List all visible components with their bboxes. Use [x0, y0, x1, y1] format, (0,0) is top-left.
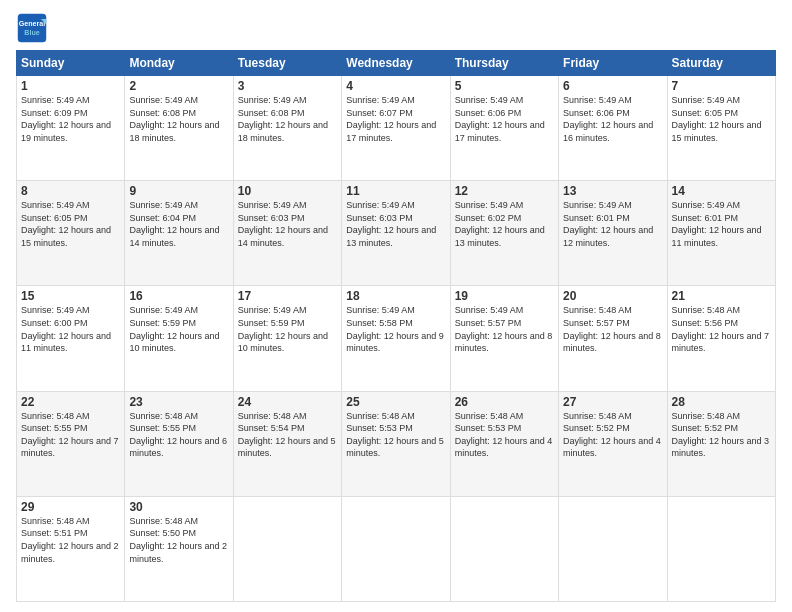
- day-number: 7: [672, 79, 771, 93]
- day-number: 29: [21, 500, 120, 514]
- day-info: Sunrise: 5:48 AMSunset: 5:53 PMDaylight:…: [455, 410, 554, 460]
- day-number: 26: [455, 395, 554, 409]
- day-info: Sunrise: 5:49 AMSunset: 6:07 PMDaylight:…: [346, 94, 445, 144]
- calendar-table: SundayMondayTuesdayWednesdayThursdayFrid…: [16, 50, 776, 602]
- calendar-cell: [559, 496, 667, 601]
- calendar-cell: 10Sunrise: 5:49 AMSunset: 6:03 PMDayligh…: [233, 181, 341, 286]
- calendar-cell: 29Sunrise: 5:48 AMSunset: 5:51 PMDayligh…: [17, 496, 125, 601]
- day-info: Sunrise: 5:49 AMSunset: 5:58 PMDaylight:…: [346, 304, 445, 354]
- calendar-cell: 28Sunrise: 5:48 AMSunset: 5:52 PMDayligh…: [667, 391, 775, 496]
- day-info: Sunrise: 5:49 AMSunset: 6:01 PMDaylight:…: [563, 199, 662, 249]
- day-info: Sunrise: 5:49 AMSunset: 6:02 PMDaylight:…: [455, 199, 554, 249]
- day-number: 6: [563, 79, 662, 93]
- day-info: Sunrise: 5:48 AMSunset: 5:54 PMDaylight:…: [238, 410, 337, 460]
- day-header-wednesday: Wednesday: [342, 51, 450, 76]
- calendar-cell: 22Sunrise: 5:48 AMSunset: 5:55 PMDayligh…: [17, 391, 125, 496]
- day-number: 3: [238, 79, 337, 93]
- day-info: Sunrise: 5:49 AMSunset: 6:08 PMDaylight:…: [238, 94, 337, 144]
- calendar-cell: 25Sunrise: 5:48 AMSunset: 5:53 PMDayligh…: [342, 391, 450, 496]
- day-info: Sunrise: 5:49 AMSunset: 6:03 PMDaylight:…: [346, 199, 445, 249]
- calendar-cell: 27Sunrise: 5:48 AMSunset: 5:52 PMDayligh…: [559, 391, 667, 496]
- day-number: 28: [672, 395, 771, 409]
- day-number: 23: [129, 395, 228, 409]
- day-info: Sunrise: 5:48 AMSunset: 5:57 PMDaylight:…: [563, 304, 662, 354]
- calendar-cell: 5Sunrise: 5:49 AMSunset: 6:06 PMDaylight…: [450, 76, 558, 181]
- calendar-cell: 16Sunrise: 5:49 AMSunset: 5:59 PMDayligh…: [125, 286, 233, 391]
- logo-icon: General Blue: [16, 12, 48, 44]
- calendar-cell: 20Sunrise: 5:48 AMSunset: 5:57 PMDayligh…: [559, 286, 667, 391]
- day-number: 5: [455, 79, 554, 93]
- calendar-cell: 24Sunrise: 5:48 AMSunset: 5:54 PMDayligh…: [233, 391, 341, 496]
- day-header-saturday: Saturday: [667, 51, 775, 76]
- day-number: 25: [346, 395, 445, 409]
- day-number: 27: [563, 395, 662, 409]
- calendar-week-1: 1Sunrise: 5:49 AMSunset: 6:09 PMDaylight…: [17, 76, 776, 181]
- calendar-week-4: 22Sunrise: 5:48 AMSunset: 5:55 PMDayligh…: [17, 391, 776, 496]
- day-number: 24: [238, 395, 337, 409]
- day-info: Sunrise: 5:49 AMSunset: 6:01 PMDaylight:…: [672, 199, 771, 249]
- page: General Blue SundayMondayTuesdayWednesda…: [0, 0, 792, 612]
- calendar-cell: 30Sunrise: 5:48 AMSunset: 5:50 PMDayligh…: [125, 496, 233, 601]
- calendar-cell: 19Sunrise: 5:49 AMSunset: 5:57 PMDayligh…: [450, 286, 558, 391]
- calendar-cell: 12Sunrise: 5:49 AMSunset: 6:02 PMDayligh…: [450, 181, 558, 286]
- day-number: 21: [672, 289, 771, 303]
- day-number: 30: [129, 500, 228, 514]
- calendar-cell: 3Sunrise: 5:49 AMSunset: 6:08 PMDaylight…: [233, 76, 341, 181]
- day-info: Sunrise: 5:49 AMSunset: 6:03 PMDaylight:…: [238, 199, 337, 249]
- day-info: Sunrise: 5:48 AMSunset: 5:52 PMDaylight:…: [672, 410, 771, 460]
- logo: General Blue: [16, 12, 52, 44]
- day-number: 10: [238, 184, 337, 198]
- day-number: 16: [129, 289, 228, 303]
- day-info: Sunrise: 5:48 AMSunset: 5:55 PMDaylight:…: [21, 410, 120, 460]
- day-number: 1: [21, 79, 120, 93]
- day-info: Sunrise: 5:49 AMSunset: 6:08 PMDaylight:…: [129, 94, 228, 144]
- calendar-cell: 13Sunrise: 5:49 AMSunset: 6:01 PMDayligh…: [559, 181, 667, 286]
- day-info: Sunrise: 5:48 AMSunset: 5:53 PMDaylight:…: [346, 410, 445, 460]
- calendar-cell: 15Sunrise: 5:49 AMSunset: 6:00 PMDayligh…: [17, 286, 125, 391]
- calendar-cell: 21Sunrise: 5:48 AMSunset: 5:56 PMDayligh…: [667, 286, 775, 391]
- day-number: 14: [672, 184, 771, 198]
- day-info: Sunrise: 5:49 AMSunset: 6:06 PMDaylight:…: [455, 94, 554, 144]
- day-number: 11: [346, 184, 445, 198]
- calendar-cell: 4Sunrise: 5:49 AMSunset: 6:07 PMDaylight…: [342, 76, 450, 181]
- calendar-header-row: SundayMondayTuesdayWednesdayThursdayFrid…: [17, 51, 776, 76]
- calendar-week-3: 15Sunrise: 5:49 AMSunset: 6:00 PMDayligh…: [17, 286, 776, 391]
- calendar-cell: 9Sunrise: 5:49 AMSunset: 6:04 PMDaylight…: [125, 181, 233, 286]
- calendar-cell: 18Sunrise: 5:49 AMSunset: 5:58 PMDayligh…: [342, 286, 450, 391]
- day-info: Sunrise: 5:48 AMSunset: 5:51 PMDaylight:…: [21, 515, 120, 565]
- calendar-cell: [450, 496, 558, 601]
- day-number: 18: [346, 289, 445, 303]
- day-header-friday: Friday: [559, 51, 667, 76]
- calendar-cell: [342, 496, 450, 601]
- header: General Blue: [16, 12, 776, 44]
- calendar-cell: 14Sunrise: 5:49 AMSunset: 6:01 PMDayligh…: [667, 181, 775, 286]
- day-info: Sunrise: 5:49 AMSunset: 6:04 PMDaylight:…: [129, 199, 228, 249]
- day-number: 13: [563, 184, 662, 198]
- calendar-cell: 23Sunrise: 5:48 AMSunset: 5:55 PMDayligh…: [125, 391, 233, 496]
- day-number: 9: [129, 184, 228, 198]
- day-number: 15: [21, 289, 120, 303]
- calendar-cell: [667, 496, 775, 601]
- day-number: 22: [21, 395, 120, 409]
- day-header-sunday: Sunday: [17, 51, 125, 76]
- day-info: Sunrise: 5:48 AMSunset: 5:52 PMDaylight:…: [563, 410, 662, 460]
- day-number: 4: [346, 79, 445, 93]
- calendar-cell: 26Sunrise: 5:48 AMSunset: 5:53 PMDayligh…: [450, 391, 558, 496]
- calendar-cell: 8Sunrise: 5:49 AMSunset: 6:05 PMDaylight…: [17, 181, 125, 286]
- day-header-tuesday: Tuesday: [233, 51, 341, 76]
- calendar-cell: 6Sunrise: 5:49 AMSunset: 6:06 PMDaylight…: [559, 76, 667, 181]
- day-header-monday: Monday: [125, 51, 233, 76]
- day-info: Sunrise: 5:49 AMSunset: 6:00 PMDaylight:…: [21, 304, 120, 354]
- calendar-week-2: 8Sunrise: 5:49 AMSunset: 6:05 PMDaylight…: [17, 181, 776, 286]
- day-number: 17: [238, 289, 337, 303]
- day-number: 8: [21, 184, 120, 198]
- day-info: Sunrise: 5:49 AMSunset: 5:57 PMDaylight:…: [455, 304, 554, 354]
- day-info: Sunrise: 5:49 AMSunset: 6:05 PMDaylight:…: [21, 199, 120, 249]
- day-number: 19: [455, 289, 554, 303]
- calendar-cell: 17Sunrise: 5:49 AMSunset: 5:59 PMDayligh…: [233, 286, 341, 391]
- calendar-cell: 2Sunrise: 5:49 AMSunset: 6:08 PMDaylight…: [125, 76, 233, 181]
- day-info: Sunrise: 5:48 AMSunset: 5:50 PMDaylight:…: [129, 515, 228, 565]
- day-number: 20: [563, 289, 662, 303]
- day-header-thursday: Thursday: [450, 51, 558, 76]
- day-number: 12: [455, 184, 554, 198]
